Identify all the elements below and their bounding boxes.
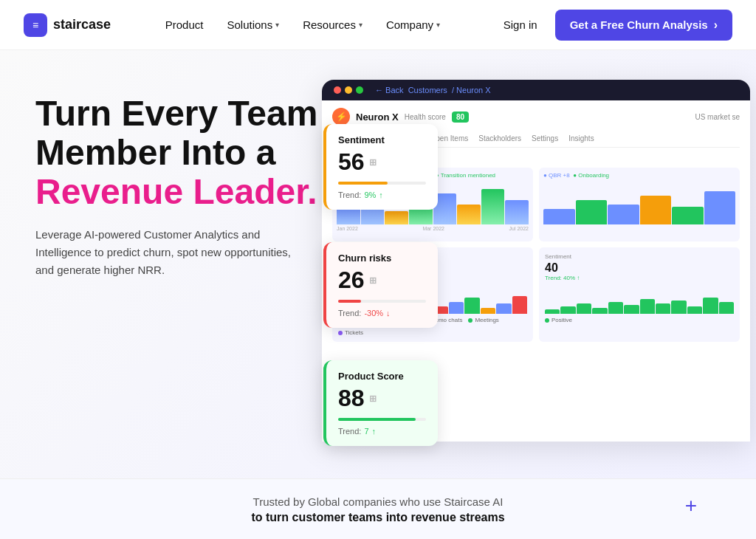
- trust-text: Trusted by Global companies who use Stai…: [253, 495, 504, 508]
- hero-title: Turn Every Team Member Into a Revenue Le…: [35, 95, 346, 211]
- nav-company[interactable]: Company ▾: [376, 13, 450, 37]
- sentiment-chart-value: 40: [545, 261, 734, 275]
- product-bar-bg: [338, 418, 426, 421]
- churn-bar-bg: [338, 300, 426, 303]
- sentiment-bar-bg: [338, 182, 426, 185]
- logo-text: staircase: [53, 17, 111, 32]
- plus-icon: +: [685, 494, 697, 518]
- health-label: Health score: [405, 113, 446, 121]
- customer-name: Neuron X: [356, 111, 399, 123]
- right-chart: ● QBR +8 ● Onboarding: [539, 168, 740, 241]
- chart-x-labels: Jan 2022Mar 2022Jul 2022: [337, 226, 529, 231]
- hero-left: Turn Every Team Member Into a Revenue Le…: [35, 80, 346, 279]
- minimize-btn: [345, 86, 352, 94]
- dashboard-header: ← Back Customers / Neuron X: [322, 80, 750, 100]
- sentiment-card-value: 56 ⊞: [338, 148, 426, 176]
- tab-stackholders[interactable]: Stackholders: [478, 131, 521, 147]
- trust-bold: to turn customer teams into revenue stre…: [251, 511, 504, 524]
- churn-bar-fill: [338, 300, 361, 303]
- breadcrumb: ← Back Customers / Neuron X: [375, 86, 491, 95]
- sentiment-trend: Trend: 9% ↑: [338, 190, 426, 199]
- navbar: ≡ staircase Product Solutions ▾ Resource…: [0, 0, 756, 50]
- nav-links: Product Solutions ▾ Resources ▾ Company …: [155, 13, 450, 37]
- region-label: US market se: [695, 113, 740, 121]
- nav-resources[interactable]: Resources ▾: [292, 13, 373, 37]
- chevron-down-icon: ▾: [275, 21, 279, 29]
- trend-up-icon: ↑: [379, 190, 383, 199]
- logo-icon: ≡: [24, 13, 47, 37]
- sentiment-chart: [545, 284, 734, 314]
- sentiment-chart-trend: Trend: 40% ↑: [545, 275, 734, 281]
- logo[interactable]: ≡ staircase: [24, 13, 111, 37]
- nav-solutions[interactable]: Solutions ▾: [216, 13, 289, 37]
- maximize-btn: [356, 86, 363, 94]
- product-trend: Trend: 7 ↑: [338, 427, 426, 436]
- trend-up-icon: ↑: [372, 427, 377, 436]
- hero-highlight: Revenue Leader.: [35, 172, 317, 211]
- hero-section: Turn Every Team Member Into a Revenue Le…: [0, 50, 756, 478]
- cta-button[interactable]: Get a Free Churn Analysis ›: [555, 10, 732, 41]
- nav-right: Sign in Get a Free Churn Analysis ›: [495, 10, 732, 41]
- trend-down-icon: ↓: [386, 309, 391, 317]
- health-score: 80: [452, 111, 469, 123]
- hero-description: Leverage AI-powered Customer Analytics a…: [35, 226, 301, 279]
- churn-card-value: 26 ⊞: [338, 267, 426, 294]
- product-score-card: Product Score 88 ⊞ Trend: 7 ↑: [323, 360, 438, 446]
- chevron-down-icon: ▾: [436, 21, 440, 29]
- customer-header: ⚡ Neuron X Health score 80 US market se: [332, 108, 740, 126]
- window-controls: [334, 86, 363, 94]
- product-score-title: Product Score: [338, 371, 426, 382]
- sentiment-card-title: Sentiment: [338, 134, 426, 145]
- close-btn: [334, 86, 341, 94]
- trust-bar: Trusted by Global companies who use Stai…: [0, 478, 756, 539]
- sign-in-link[interactable]: Sign in: [495, 13, 546, 37]
- product-bar-fill: [338, 418, 416, 421]
- churn-trend: Trend: -30% ↓: [338, 309, 426, 317]
- tab-settings[interactable]: Settings: [532, 131, 558, 147]
- tab-insights[interactable]: Insights: [568, 131, 594, 147]
- churn-card: Churn risks 26 ⊞ Trend: -30% ↓: [323, 242, 438, 328]
- customer-icon: ⚡: [332, 108, 350, 126]
- chevron-down-icon: ▾: [359, 21, 362, 29]
- hero-right: ← Back Customers / Neuron X ⚡ Neuron X H…: [331, 80, 721, 464]
- sentiment-card: Sentiment 56 ⊞ Trend: 9% ↑: [323, 124, 438, 210]
- nav-product[interactable]: Product: [155, 13, 214, 37]
- copy-icon: ⊞: [369, 275, 377, 286]
- copy-icon: ⊞: [369, 394, 377, 404]
- sentiment-chart-label: Sentiment: [545, 253, 734, 260]
- copy-icon: ⊞: [369, 157, 377, 168]
- churn-card-title: Churn risks: [338, 253, 426, 264]
- arrow-icon: ›: [714, 18, 718, 32]
- product-score-value: 88 ⊞: [338, 385, 426, 412]
- sentiment-bar-fill: [338, 182, 388, 185]
- sentiment-legend: Positive: [545, 317, 734, 323]
